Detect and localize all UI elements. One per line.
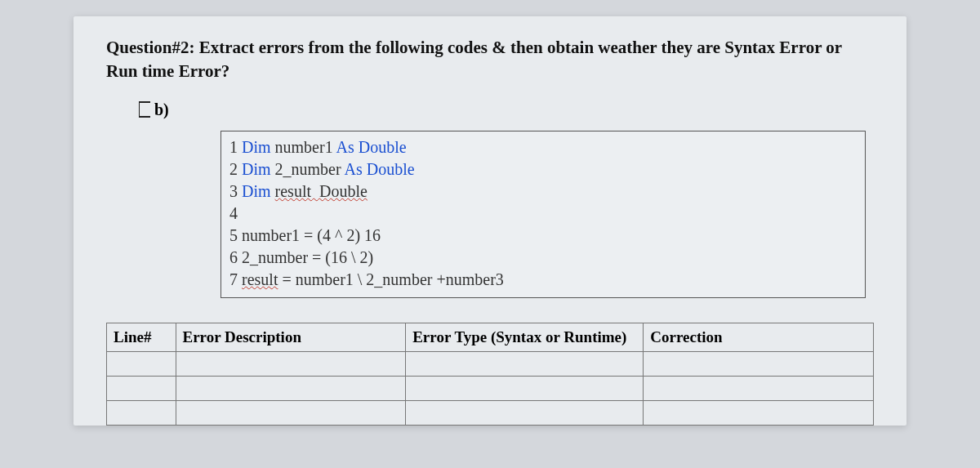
table-cell: [107, 351, 176, 376]
header-corr: Correction: [644, 323, 874, 351]
code-token: As Double: [345, 160, 415, 178]
table-cell: [176, 376, 406, 400]
table-row: [107, 400, 874, 425]
table-cell: [406, 400, 644, 425]
table-cell: [176, 400, 406, 425]
line-number: 5: [229, 226, 242, 244]
code-token: number1: [275, 138, 336, 156]
table-cell: [644, 351, 874, 376]
table-cell: [107, 376, 176, 400]
table-cell: [406, 351, 644, 376]
table-cell: [644, 376, 874, 400]
table-row: [107, 351, 874, 376]
table-cell: [176, 351, 406, 376]
table-cell: [406, 376, 644, 400]
code-line: 2 Dim 2_number As Double: [229, 158, 857, 181]
code-token: = number1 \ 2_number +number3: [278, 270, 503, 288]
code-token: Dim: [242, 138, 275, 156]
error-table: Line# Error Description Error Type (Synt…: [106, 323, 874, 426]
table-header-row: Line# Error Description Error Type (Synt…: [107, 323, 874, 351]
question-heading: Question#2: Extract errors from the foll…: [106, 36, 874, 84]
line-number: 2: [229, 160, 242, 178]
code-line: 4: [229, 203, 857, 225]
table-cell: [107, 400, 176, 425]
code-token: Dim: [242, 160, 275, 178]
part-label: b): [154, 100, 169, 119]
line-number: 7: [229, 270, 242, 288]
code-line: 7 result = number1 \ 2_number +number3: [229, 269, 857, 291]
code-token: result Double: [275, 182, 368, 200]
line-number: 4: [229, 204, 242, 222]
question-label: Question#2:: [106, 38, 195, 57]
header-type: Error Type (Syntax or Runtime): [406, 323, 644, 351]
code-line: 5 number1 = (4 ^ 2) 16: [229, 225, 857, 247]
question-text: Extract errors from the following codes …: [106, 38, 842, 81]
code-token: 2_number: [275, 160, 345, 178]
code-box: 1 Dim number1 As Double2 Dim 2_number As…: [220, 131, 866, 298]
code-line: 3 Dim result Double: [229, 181, 857, 203]
table-row: [107, 376, 874, 400]
line-number: 6: [229, 248, 242, 266]
line-number: 3: [229, 182, 242, 200]
header-desc: Error Description: [176, 323, 406, 351]
line-number: 1: [229, 138, 242, 156]
code-token: 2_number = (16 \ 2): [242, 248, 373, 266]
table-cell: [644, 400, 874, 425]
code-token: As Double: [336, 138, 407, 156]
part-row: b): [139, 99, 874, 119]
code-line: 6 2_number = (16 \ 2): [229, 247, 857, 269]
worksheet-page: Question#2: Extract errors from the foll…: [74, 16, 906, 426]
code-line: 1 Dim number1 As Double: [229, 136, 857, 158]
header-line: Line#: [107, 323, 176, 351]
code-token: Dim: [242, 182, 275, 200]
code-token: result: [242, 270, 278, 288]
text-cursor-icon: [139, 101, 149, 118]
code-token: number1 = (4 ^ 2) 16: [242, 226, 381, 244]
